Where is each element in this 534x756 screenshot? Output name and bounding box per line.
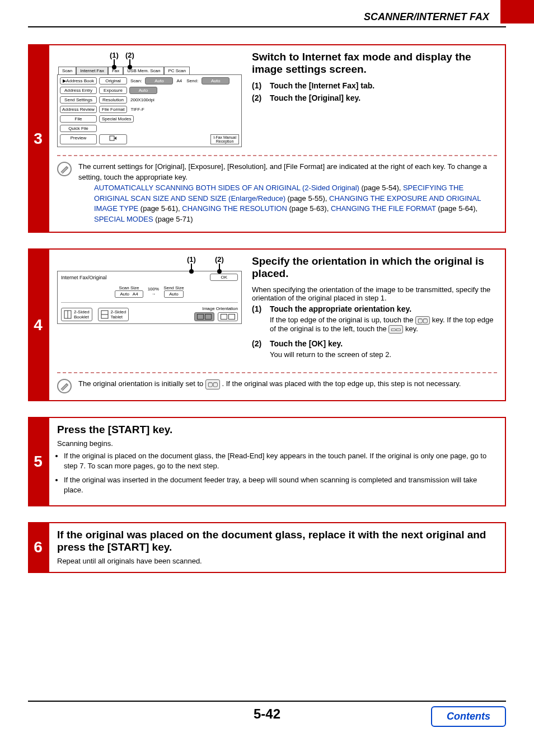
step-3-title: Switch to Internet fax mode and display … [252, 51, 497, 76]
section-header: SCANNER/INTERNET FAX [0, 0, 534, 26]
ifax-manual-reception-button[interactable]: I-Fax Manual Reception [210, 134, 239, 144]
callout-labels: (1) (2) [110, 51, 134, 68]
orientation-top-left-icon: ▭▭ [388, 325, 403, 334]
page-body: 3 (1) (2) Scan Internet Fax Fax USB Mem.… [0, 27, 534, 600]
link-resolution[interactable]: CHANGING THE RESOLUTION [182, 204, 287, 213]
note-text-a: The original orientation is initially se… [78, 379, 205, 388]
2sided-tablet-button[interactable]: 2-Sided Tablet [98, 308, 129, 321]
orientation-top-left-button[interactable] [218, 312, 238, 321]
file-format-value: TIFF-F [129, 107, 145, 112]
inst-text-1: Touch the [Internet Fax] tab. [270, 81, 374, 90]
page-number: 5-42 [254, 706, 280, 722]
callout-2: (2) [125, 51, 134, 59]
tab-internet-fax[interactable]: Internet Fax [76, 67, 108, 74]
inst-num-1: (1) [252, 304, 270, 313]
step-number: 6 [28, 522, 48, 573]
divider [57, 155, 497, 156]
tab-scan[interactable]: Scan [58, 67, 76, 74]
step-6: 6 If the original was placed on the docu… [28, 522, 506, 573]
orientation-top-up-icon: ▢▢ [205, 379, 220, 390]
svg-rect-0 [110, 136, 114, 140]
page-up-icon [197, 314, 204, 320]
arrow-icon: → [151, 292, 156, 297]
send-size-value[interactable]: Auto [164, 290, 183, 298]
step-4-lead: When specifying the orientation of the i… [252, 285, 497, 302]
resolution-value: 200X100dpi [129, 97, 156, 102]
preview-button[interactable]: Preview [60, 134, 97, 144]
tab-pc-scan[interactable]: PC Scan [164, 67, 190, 74]
step-content: Press the [START] key. Scanning begins. … [48, 417, 506, 506]
orientation-top-up-button[interactable] [194, 312, 214, 321]
inst-text-2: Touch the [OK] key. [270, 339, 343, 348]
exposure-key[interactable]: Exposure [99, 87, 127, 94]
step-3-instructions: Switch to Internet fax mode and display … [252, 51, 497, 147]
step-content: If the original was placed on the docume… [48, 522, 506, 573]
ifax-settings-panel: (1) (2) Scan Internet Fax Fax USB Mem. S… [57, 51, 242, 147]
callout-2: (2) [215, 255, 224, 264]
a4-label: A4 [175, 78, 183, 83]
page-footer: 5-42 Contents [28, 701, 506, 722]
step-5-lead: Scanning begins. [57, 439, 497, 448]
special-modes-key[interactable]: Special Modes [99, 115, 134, 123]
embedded-screenshot: (1) (2) Internet Fax/Original OK Scan Si… [57, 255, 242, 364]
original-key[interactable]: Original [99, 77, 127, 84]
inst-num-2: (2) [252, 339, 270, 348]
2sided-booklet-button[interactable]: 2-Sided Booklet [61, 308, 92, 321]
inst-text-1: Touch the appropriate orientation key. [270, 304, 411, 313]
file-button[interactable]: File [60, 115, 97, 123]
resolution-key[interactable]: Resolution [99, 96, 127, 104]
contents-button[interactable]: Contents [431, 706, 506, 727]
file-format-key[interactable]: File Format [99, 106, 127, 113]
orientation-top-up-icon: ▢▢ [415, 316, 430, 325]
link-special-modes[interactable]: SPECIAL MODES [94, 215, 153, 223]
scan-size-value[interactable]: AutoA4 [115, 290, 143, 298]
step-4-title: Specify the orientation in which the ori… [252, 255, 497, 280]
step-6-title: If the original was placed on the docume… [57, 529, 497, 553]
step-4-note: The original orientation is initially se… [57, 379, 497, 393]
scan-label: Scan: [129, 78, 143, 83]
callout-labels: (1) (2) [187, 255, 224, 273]
step-5-title: Press the [START] key. [57, 424, 497, 436]
send-auto-value: Auto [202, 77, 229, 84]
link-file-format[interactable]: CHANGING THE FILE FORMAT [331, 204, 436, 213]
divider [57, 372, 497, 373]
address-book-button[interactable]: ▶Address Book [60, 77, 97, 84]
note-text-b: . If the original was placed with the to… [222, 379, 461, 388]
step-content: (1) (2) Scan Internet Fax Fax USB Mem. S… [48, 44, 506, 233]
quick-file-button[interactable]: Quick File [60, 125, 97, 132]
step-4: 4 (1) (2) Internet Fax/Original OK [28, 248, 506, 401]
send-size-label: Send Size [163, 285, 184, 290]
note-icon [57, 162, 72, 176]
embedded-screenshot: (1) (2) Scan Internet Fax Fax USB Mem. S… [57, 51, 242, 147]
address-review-button[interactable]: Address Review [60, 106, 97, 113]
preview-icon-button[interactable] [99, 134, 127, 144]
address-entry-button[interactable]: Address Entry [60, 87, 97, 94]
inst-num-1: (1) [252, 81, 270, 90]
step-content: (1) (2) Internet Fax/Original OK Scan Si… [48, 248, 506, 401]
step-number: 5 [28, 417, 48, 506]
exposure-value: Auto [129, 87, 157, 94]
page-left-icon [228, 314, 235, 320]
step-3-note: The current settings for [Original], [Ex… [57, 162, 497, 225]
step-5-bullet-1: If the original is placed on the documen… [64, 451, 497, 471]
page-left-icon [221, 314, 227, 320]
page-up-icon [205, 314, 212, 320]
send-settings-button[interactable]: Send Settings [60, 96, 97, 104]
step-number: 4 [28, 248, 48, 401]
inst-num-2: (2) [252, 93, 270, 102]
scan-auto-value: Auto [145, 77, 173, 84]
link-2sided[interactable]: AUTOMATICALLY SCANNING BOTH SIDES OF AN … [94, 184, 359, 192]
note-lead: The current settings for [Original], [Ex… [78, 162, 487, 181]
callout-1: (1) [187, 255, 196, 264]
panel-title: Internet Fax/Original [61, 275, 107, 280]
image-orientation-label: Image Orientation [194, 306, 238, 311]
tablet-icon [101, 310, 109, 319]
ok-button[interactable]: OK [210, 274, 238, 281]
step-6-lead: Repeat until all originals have been sca… [57, 557, 497, 565]
header-accent [500, 0, 534, 24]
step-5: 5 Press the [START] key. Scanning begins… [28, 417, 506, 506]
inst-sub-1: If the top edge of the original is up, t… [270, 316, 497, 334]
step-4-instructions: Specify the orientation in which the ori… [252, 255, 497, 364]
inst-text-2: Touch the [Original] key. [270, 93, 360, 102]
step-3: 3 (1) (2) Scan Internet Fax Fax USB Mem.… [28, 44, 506, 233]
